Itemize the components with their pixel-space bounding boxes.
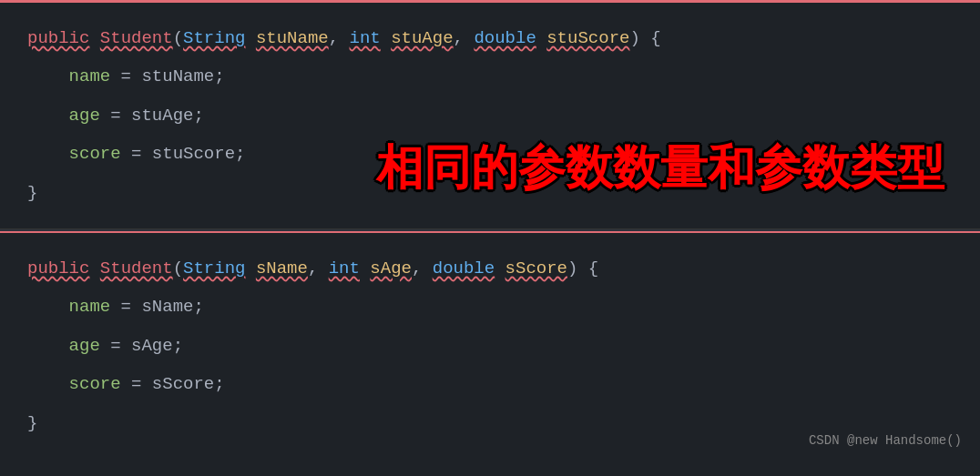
- var-score-1: score: [27, 144, 121, 164]
- code-line-1-4: score = stuScore;: [0, 135, 980, 173]
- brace-close-1: }: [27, 183, 37, 203]
- param-stuname: stuName: [256, 28, 329, 48]
- type-double-1: double: [474, 28, 536, 48]
- eq-5: =: [100, 336, 131, 356]
- val-stuscore: stuScore: [152, 144, 235, 164]
- code-block-1: public Student(String stuName, int stuAg…: [0, 3, 980, 229]
- space-2: [245, 28, 255, 48]
- code-block-2: public Student(String sName, int sAge, d…: [0, 233, 980, 459]
- class-student-1: Student: [100, 28, 173, 48]
- val-sname: sName: [141, 297, 193, 317]
- comma-3: ,: [308, 258, 329, 279]
- var-name-1: name: [27, 66, 110, 86]
- type-int-1: int: [350, 28, 381, 48]
- class-student-2: Student: [100, 258, 173, 279]
- param-sname: sName: [256, 258, 308, 279]
- comma-4: ,: [412, 258, 433, 279]
- semi-6: ;: [214, 374, 224, 394]
- type-int-2: int: [329, 258, 360, 279]
- code-line-1-2: name = stuName;: [0, 57, 980, 96]
- var-score-2: score: [27, 374, 121, 394]
- space-5: [89, 258, 99, 279]
- param-stuscore: stuScore: [546, 28, 629, 48]
- param-sscore: sScore: [505, 258, 567, 279]
- comma-2: ,: [454, 28, 475, 48]
- space-6: [245, 258, 255, 279]
- eq-2: =: [100, 106, 131, 126]
- paren-open-1: (: [173, 28, 183, 48]
- param-stuage: stuAge: [391, 28, 453, 48]
- comma-1: ,: [329, 28, 350, 48]
- var-age-1: age: [27, 106, 100, 126]
- code-line-2-3: age = sAge;: [0, 327, 980, 365]
- type-string-2: String: [183, 258, 245, 279]
- semi-1: ;: [214, 66, 224, 86]
- param-sage: sAge: [370, 258, 412, 279]
- val-sscore: sScore: [152, 374, 214, 394]
- code-line-1-5: }: [0, 174, 980, 212]
- code-container: public Student(String stuName, int stuAg…: [0, 0, 980, 459]
- semi-2: ;: [193, 106, 203, 126]
- semi-3: ;: [235, 144, 245, 164]
- space-3: [381, 28, 391, 48]
- paren-close-1: ) {: [629, 28, 660, 48]
- val-stuname: stuName: [141, 66, 214, 86]
- code-line-1-1: public Student(String stuName, int stuAg…: [0, 19, 980, 57]
- semi-4: ;: [193, 297, 203, 317]
- watermark: CSDN @new Handsome(): [809, 433, 962, 448]
- type-double-2: double: [433, 258, 495, 279]
- var-name-2: name: [27, 297, 110, 317]
- paren-close-2: ) {: [567, 258, 598, 279]
- semi-5: ;: [173, 336, 183, 356]
- brace-close-2: }: [27, 413, 37, 433]
- code-line-1-3: age = stuAge;: [0, 96, 980, 135]
- eq-1: =: [110, 66, 141, 86]
- space-8: [495, 258, 505, 279]
- paren-open-2: (: [173, 258, 183, 279]
- keyword-public-1: public: [27, 28, 89, 48]
- space-1: [89, 28, 99, 48]
- type-string-1: String: [183, 28, 245, 48]
- eq-6: =: [121, 374, 152, 394]
- val-stuage: stuAge: [131, 106, 193, 126]
- val-sage: sAge: [131, 336, 173, 356]
- code-line-2-4: score = sScore;: [0, 365, 980, 403]
- space-7: [360, 258, 370, 279]
- eq-4: =: [110, 297, 141, 317]
- var-age-2: age: [27, 336, 100, 356]
- eq-3: =: [121, 144, 152, 164]
- code-line-2-2: name = sName;: [0, 288, 980, 326]
- code-line-2-1: public Student(String sName, int sAge, d…: [0, 249, 980, 288]
- space-4: [536, 28, 546, 48]
- keyword-public-2: public: [27, 258, 89, 279]
